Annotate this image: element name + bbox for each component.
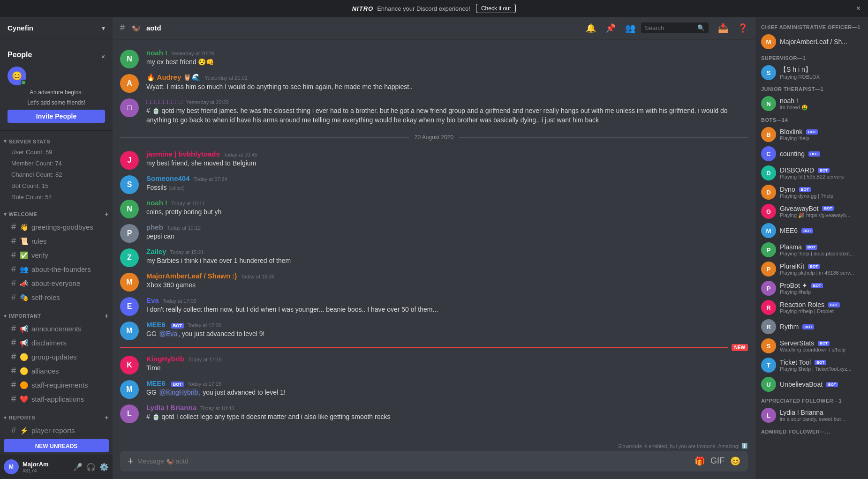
add-channel-icon[interactable]: + [105,312,109,320]
emoji-icon[interactable]: 😊 [730,456,740,466]
inbox-icon[interactable]: 📥 [718,23,728,33]
date-text: 20 August 2020 [415,134,453,141]
rs-member-item[interactable]: U UnbelievaBoatBOT [757,375,866,394]
message-content: pheb Today at 10:12 pepsi can [146,223,748,243]
message-author[interactable]: MajorAmberLeaf / Shawn :) [146,272,237,280]
rs-bot-badge: BOT [818,168,830,173]
message-author[interactable]: MEE6 [146,321,166,329]
rs-member-item[interactable]: P PlasmaBOT Playing !help | docs.plasmab… [757,240,866,259]
gift-icon[interactable]: 🎁 [694,456,705,466]
rs-member-item[interactable]: T Ticket ToolBOT Playing $help | TicketT… [757,356,866,374]
message-author[interactable]: Someone404 [146,174,190,182]
help-icon[interactable]: ❓ [738,23,748,33]
channel-item[interactable]: # 🟡 group-updates [4,350,109,364]
rs-avatar: P [761,262,776,277]
message-header: □□□□□□□ □ Yesterday at 22:22 [146,97,748,105]
channel-name: group-updates [31,353,77,361]
channel-item[interactable]: # 📣 about-everyone [4,277,109,290]
mute-icon[interactable]: 🎤 [73,463,83,472]
channel-item[interactable]: # 🟠 staff-requirements [4,378,109,392]
rs-member-item[interactable]: B BloxlinkBOT Playing !help [757,125,866,144]
message-author[interactable]: jasmine | bvbblytoads [146,150,220,158]
message-author[interactable]: noah ! [146,199,167,207]
channel-item[interactable]: # ❤️ staff-applications [4,392,109,406]
message-author[interactable]: Eva [146,296,159,304]
rs-status: Playing $help | TicketTool.xyz... [780,366,852,372]
message-author[interactable]: pheb [146,223,163,231]
rs-member-item[interactable]: M MEE6BOT [757,221,866,240]
hash-icon: # [11,250,16,260]
category-header[interactable]: ▾WELCOME + [0,203,113,220]
rs-category-label: SUPERVISOR—1 [755,52,868,63]
notifications-icon[interactable]: 🔔 [586,23,596,33]
rs-member-item[interactable]: R RythmBOT [757,317,866,336]
message-header: noah ! Today at 10:11 [146,199,748,207]
server-header[interactable]: Cynefin ▾ [0,17,113,39]
rs-member-info: MajorAmberLeaf / Sh... [780,38,847,45]
footer-username: MajorAm [23,461,69,468]
category-header[interactable]: ▾IMPORTANT + [0,305,113,322]
message-text: # 🍵 qotd I collect lego any type it does… [146,412,748,422]
search-bar[interactable]: Search 🔍 [641,22,709,33]
channel-emoji: 🟡 [20,353,29,361]
new-message-divider: NEW [113,344,755,351]
rs-member-item[interactable]: C countingBOT [757,144,866,163]
message-author[interactable]: □□□□□□□ □ [146,97,182,105]
channel-emoji: ⚡ [20,427,29,435]
channel-item[interactable]: # 📢 announcements [4,322,109,336]
rs-username-line: BloxlinkBOT [780,128,818,135]
rs-member-item[interactable]: S 【S h i n】 Playing ROBLOX [757,63,866,82]
rs-member-item[interactable]: M MajorAmberLeaf / Sh... [757,32,866,51]
channel-item[interactable]: # 📢 disclaimers [4,336,109,350]
rs-username: MEE6 [780,227,798,234]
message-author[interactable]: noah ! [146,49,167,57]
channel-item[interactable]: # 🎭 self-roles [4,291,109,304]
channel-item[interactable]: # 👋 greetings-goodbyes [4,220,109,234]
members-icon[interactable]: 👥 [625,23,635,33]
category-header[interactable]: ▾REPORTS + [0,406,113,423]
channel-emoji: 🟡 [20,367,29,375]
message-author[interactable]: 🔥 Audrey 🦉🌊 [146,73,201,82]
message-input[interactable] [137,457,691,465]
settings-icon[interactable]: ⚙️ [99,463,109,472]
people-close-icon[interactable]: × [101,53,105,60]
channel-item[interactable]: # ✅ verify [4,248,109,262]
rs-member-item[interactable]: L Lydia I Brianna im a sour candy, sweet… [757,406,866,425]
rs-category-label: APPRECIATED FOLLOWER—1 [755,394,868,405]
channel-name: greetings-goodbyes [31,223,93,231]
rs-member-item[interactable]: D DynoBOT Playing dyno.gg | ?help [757,183,866,202]
rs-member-item[interactable]: P PluralKitBOT Playing pk;help | in 4613… [757,260,866,278]
check-it-out-button[interactable]: Check it out [476,4,516,13]
rs-member-item[interactable]: N noah ! im bored 🤑 [757,94,866,113]
channel-hash-icon: # [120,23,125,33]
rs-member-item[interactable]: S ServerStatsBOT Watching countdown | s/… [757,337,866,355]
rs-bot-badge: BOT [799,187,811,192]
message-timestamp: Today at 17:00 [188,322,221,328]
channel-item[interactable]: # 👥 about-the-founders [4,262,109,276]
channel-item[interactable]: # 🟡 alliances [4,364,109,378]
topbar-close-icon[interactable]: × [856,4,860,13]
server-stats-category[interactable]: ▾ SERVER STATS [0,131,113,146]
pin-icon[interactable]: 📌 [605,23,616,33]
message-author[interactable]: Zailey [146,247,166,255]
rs-member-item[interactable]: G GiveawayBotBOT Playing 🎉 https://givea… [757,202,866,221]
add-channel-icon[interactable]: + [105,414,109,421]
attach-button[interactable]: + [128,455,134,467]
message-author[interactable]: KingHybrib [146,355,184,363]
channel-item[interactable]: # 📜 rules [4,234,109,248]
message-author[interactable]: MEE6 [146,379,166,387]
channel-item[interactable]: # ⚡ player-reports [4,424,109,437]
rs-member-item[interactable]: D DISBOARDBOT Playing !d | 595,822 serve… [757,164,866,182]
new-unreads-button[interactable]: NEW UNREADS [4,439,109,452]
add-channel-icon[interactable]: + [105,210,109,218]
gif-icon[interactable]: GIF [710,456,725,466]
message-author[interactable]: Lydia I Brianna [146,404,196,412]
rs-member-item[interactable]: R Reaction RolesBOT Playing rr!help | Dr… [757,298,866,317]
invite-people-button[interactable]: Invite People [8,110,105,123]
rs-bot-badge: BOT [806,129,818,135]
channel-name: staff-applications [31,395,84,403]
message-text: Time [146,364,748,373]
deafen-icon[interactable]: 🎧 [86,463,96,472]
hash-icon: # [11,352,16,362]
rs-member-item[interactable]: P ProBot ✦BOT Playing #help [757,279,866,298]
